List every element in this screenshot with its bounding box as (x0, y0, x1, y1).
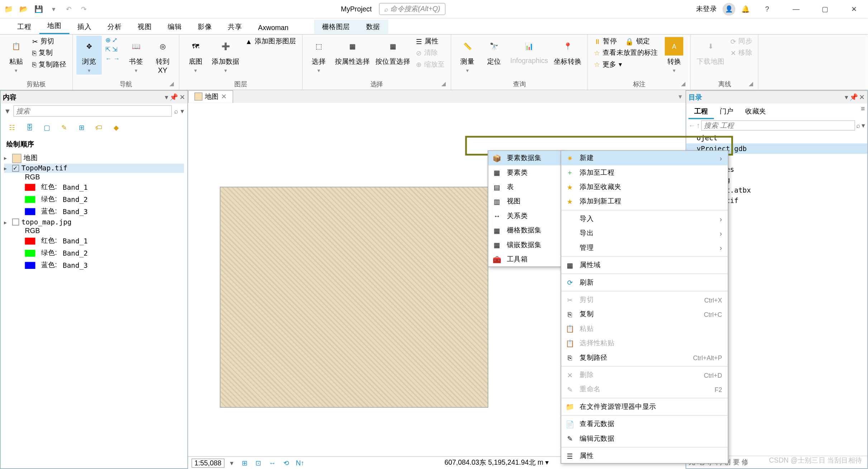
ctx-properties[interactable]: ☰属性 (561, 449, 728, 463)
view-unplaced-button[interactable]: ☆查看未放置的标注 (591, 47, 660, 58)
ctx-paste[interactable]: 📋粘贴 (561, 321, 728, 336)
convert-labels-button[interactable]: A转换▾ (661, 36, 687, 74)
browse-button[interactable]: ✥浏览▾ (76, 36, 102, 74)
paste-button[interactable]: 📋粘贴▾ (4, 36, 29, 74)
pane-dropdown-icon[interactable]: ▾ (845, 93, 848, 101)
prev-next-button[interactable]: ← → (103, 54, 122, 63)
ctx-domains[interactable]: ▦属性域 (561, 258, 728, 272)
tab-project[interactable]: 工程 (9, 20, 39, 34)
redo-icon[interactable]: ↷ (77, 3, 90, 15)
snap-icon[interactable]: ⊞ (75, 121, 88, 135)
status-icon[interactable]: N↑ (295, 458, 305, 468)
symbology-icon[interactable]: ◆ (109, 121, 123, 135)
basemap-button[interactable]: 🗺底图▾ (183, 36, 208, 74)
back-icon[interactable]: ← (689, 121, 695, 130)
nav-launcher-icon[interactable]: ◢ (169, 80, 178, 88)
map-node[interactable]: ▸ 地图 (4, 153, 184, 164)
close-button[interactable]: ✕ (842, 1, 865, 17)
select-launcher-icon[interactable]: ◢ (441, 80, 450, 88)
filter-icon[interactable]: ▼ (4, 107, 13, 115)
pane-close-icon[interactable]: ✕ (179, 93, 185, 101)
ctx-copypath[interactable]: ⎘复制路径Ctrl+Alt+P (561, 350, 728, 365)
catalog-tab-project[interactable]: 工程 (689, 105, 714, 119)
tab-insert[interactable]: 插入 (69, 20, 100, 34)
ctx-add-new-proj[interactable]: ★添加到新工程 (561, 194, 728, 209)
coord-convert-button[interactable]: 📍坐标转换 (552, 36, 584, 68)
layer-checkbox[interactable] (12, 218, 19, 225)
ctx-rename[interactable]: ✎重命名F2 (561, 382, 728, 397)
more-label-button[interactable]: ☆更多 ▾ (591, 59, 660, 70)
map-tab[interactable]: 地图 ✕ (188, 90, 233, 103)
label-icon[interactable]: 🏷 (92, 121, 106, 135)
ctx-copy[interactable]: ⎘复制Ctrl+C (561, 307, 728, 321)
select-by-loc-button[interactable]: ▦按位置选择 (373, 36, 413, 68)
ctx-paste-special[interactable]: 📋选择性粘贴 (561, 336, 728, 350)
ctx-item[interactable]: ▦要素类 (488, 165, 562, 180)
selection-icon[interactable]: ▢ (40, 121, 54, 135)
cut-button[interactable]: ✂剪切 (30, 36, 69, 47)
tab-axwoman[interactable]: Axwoman (250, 21, 297, 34)
add-graphics-button[interactable]: ▲添加图形图层 (243, 36, 298, 47)
status-icon[interactable]: ↔ (267, 458, 278, 468)
save-icon[interactable]: 💾 (32, 3, 45, 15)
measure-button[interactable]: 📏测量▾ (455, 36, 480, 74)
map-canvas[interactable]: 📦要素数据集▦要素类▤表▥视图↔关系类▦栅格数据集▦镶嵌数据集🧰工具箱 ✷新建›… (188, 103, 686, 456)
full-extent-button[interactable]: ⊕ ⤢ (103, 36, 122, 44)
scale-box[interactable]: 1:55,088 (192, 458, 225, 468)
ctx-tab-raster[interactable]: 栅格图层 (314, 20, 358, 34)
minimize-button[interactable]: — (785, 1, 808, 17)
add-data-button[interactable]: ➕添加数据▾ (210, 36, 242, 74)
help-button[interactable]: ? (756, 1, 779, 17)
catalog-menu-icon[interactable]: ≡ (861, 105, 865, 119)
search-icon[interactable]: ⌕ (856, 121, 860, 130)
pane-dropdown-icon[interactable]: ▾ (165, 93, 168, 101)
undo-icon[interactable]: ↶ (62, 3, 75, 15)
ctx-item[interactable]: ▦镶嵌数据集 (488, 238, 562, 252)
ctx-item[interactable]: ↔关系类 (488, 209, 562, 223)
select-by-attr-button[interactable]: ▦按属性选择 (333, 36, 372, 68)
tab-imagery[interactable]: 影像 (190, 20, 220, 34)
ctx-view-metadata[interactable]: 📄查看元数据 (561, 417, 728, 431)
zoom-sel-button[interactable]: ⇱ ⇲ (103, 45, 122, 54)
infographics-button[interactable]: 📊Infographics (508, 36, 551, 66)
ctx-edit-metadata[interactable]: ✎编辑元数据 (561, 431, 728, 446)
ctx-item[interactable]: 📦要素数据集 (488, 151, 562, 165)
pane-pin-icon[interactable]: 📌 (169, 93, 178, 101)
up-icon[interactable]: ↑ (696, 121, 700, 130)
ctx-add-fav[interactable]: ★添加至收藏夹 (561, 180, 728, 194)
map-tab-dropdown-icon[interactable]: ▾ (678, 92, 685, 101)
download-map-button[interactable]: ⬇下载地图 (695, 36, 727, 68)
pause-label-button[interactable]: ⏸暂停 🔒锁定 (591, 36, 660, 47)
tab-edit[interactable]: 编辑 (160, 20, 190, 34)
search-dropdown-icon[interactable]: ▾ (862, 121, 865, 130)
contents-search-input[interactable] (13, 105, 172, 117)
tab-analysis[interactable]: 分析 (100, 20, 130, 34)
open-project-icon[interactable]: 📂 (17, 3, 30, 15)
notifications-icon[interactable]: 🔔 (741, 5, 750, 13)
map-tab-close-icon[interactable]: ✕ (221, 92, 227, 101)
pane-pin-icon[interactable]: 📌 (849, 93, 858, 101)
search-dropdown-icon[interactable]: ▾ (181, 107, 184, 115)
label-launcher-icon[interactable]: ◢ (681, 80, 689, 88)
ctx-refresh[interactable]: ⟳刷新 (561, 275, 728, 290)
locate-button[interactable]: 🔭定位 (481, 36, 507, 68)
ctx-item[interactable]: 🧰工具箱 (488, 252, 562, 266)
login-status[interactable]: 未登录 (696, 4, 717, 14)
qat-dropdown-icon[interactable]: ▾ (47, 3, 60, 15)
ctx-add-project[interactable]: ＋添加至工程 (561, 165, 728, 180)
status-icon[interactable]: ⊡ (253, 458, 264, 468)
ctx-import[interactable]: 导入› (561, 212, 728, 226)
status-icon[interactable]: ⟲ (281, 458, 291, 468)
edit-icon[interactable]: ✎ (57, 121, 71, 135)
ctx-manage[interactable]: 管理› (561, 241, 728, 255)
layer-row[interactable]: ▸TopoMap.tif (4, 164, 184, 173)
search-icon[interactable]: ⌕ (172, 107, 181, 115)
ctx-cut[interactable]: ✂剪切Ctrl+X (561, 292, 728, 307)
tab-map[interactable]: 地图 (39, 19, 69, 34)
goto-xy-button[interactable]: ◎转到 XY (150, 36, 175, 76)
layer-row[interactable]: ▸topo_map.jpg (4, 217, 184, 227)
catalog-search-input[interactable] (701, 120, 855, 131)
layer-checkbox[interactable] (12, 165, 19, 171)
offline-launcher-icon[interactable]: ◢ (749, 80, 757, 88)
clear-sel-button[interactable]: ⊘清除 (414, 47, 447, 58)
